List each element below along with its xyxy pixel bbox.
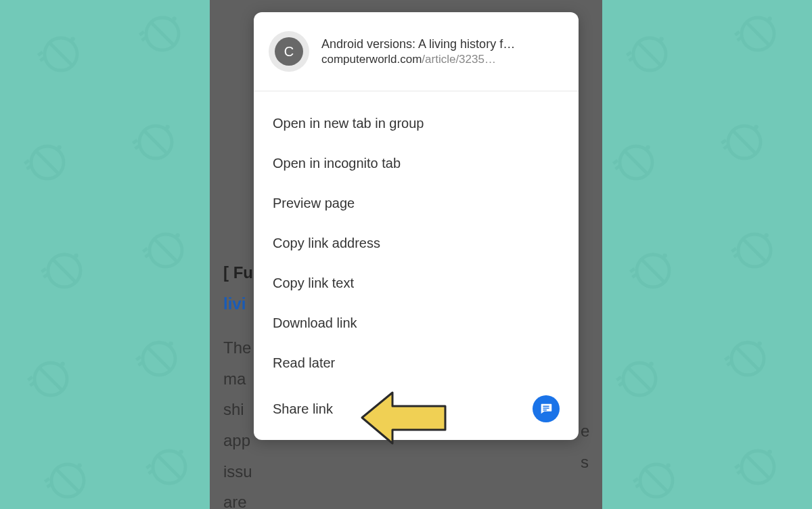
svg-line-18: [133, 140, 137, 143]
menu-item-open-new-tab-group[interactable]: Open in new tab in group: [254, 104, 579, 143]
link-context-menu: C Android versions: A living history f… …: [254, 12, 579, 440]
svg-line-8: [139, 32, 143, 35]
svg-point-59: [767, 16, 771, 20]
svg-point-4: [70, 37, 74, 41]
svg-line-52: [629, 58, 633, 61]
menu-item-label: Copy link text: [273, 275, 354, 291]
svg-line-86: [737, 348, 759, 370]
menu-item-label: Share link: [273, 401, 333, 417]
menu-item-label: Read later: [273, 355, 335, 371]
android-bg-icon: [629, 453, 683, 508]
menu-item-label: Download link: [273, 315, 357, 331]
menu-item-open-incognito[interactable]: Open in incognito tab: [254, 143, 579, 183]
android-bg-icon: [623, 27, 677, 81]
svg-point-9: [172, 16, 176, 20]
svg-line-3: [38, 52, 42, 56]
menu-item-share-link[interactable]: Share link: [254, 383, 579, 440]
menu-item-read-later[interactable]: Read later: [254, 343, 579, 383]
context-menu-header-text: Android versions: A living history f… co…: [321, 37, 564, 66]
android-bg-icon: [20, 135, 74, 190]
android-bg-icon: [34, 27, 88, 81]
svg-point-24: [74, 253, 78, 257]
svg-point-34: [60, 361, 64, 366]
svg-line-37: [139, 362, 143, 366]
favicon-icon: C: [275, 37, 303, 66]
svg-line-53: [627, 52, 631, 56]
menu-item-copy-link-address[interactable]: Copy link address: [254, 223, 579, 263]
svg-line-47: [149, 470, 153, 474]
android-bg-icon: [129, 115, 183, 169]
link-url: computerworld.com/article/3235…: [321, 53, 564, 66]
svg-line-26: [155, 240, 177, 261]
svg-line-72: [633, 274, 637, 278]
svg-line-6: [152, 23, 173, 45]
svg-point-64: [646, 145, 650, 149]
svg-point-74: [662, 253, 667, 257]
svg-line-76: [744, 240, 765, 261]
favicon-container: C: [269, 31, 309, 72]
svg-line-82: [619, 382, 623, 386]
android-bg-icon: [721, 332, 775, 386]
page-link-fragment: livi: [223, 294, 246, 313]
menu-item-copy-link-text[interactable]: Copy link text: [254, 263, 579, 303]
svg-point-54: [659, 37, 663, 41]
favicon-letter: C: [284, 44, 294, 60]
android-bg-icon: [135, 7, 189, 61]
svg-line-48: [146, 465, 150, 468]
svg-line-98: [735, 465, 739, 468]
android-bg-icon: [612, 352, 667, 406]
context-menu-items: Open in new tab in group Open in incogni…: [254, 91, 579, 440]
menu-item-preview-page[interactable]: Preview page: [254, 183, 579, 223]
messages-app-icon[interactable]: [533, 395, 560, 422]
svg-line-22: [44, 274, 48, 278]
svg-line-7: [142, 37, 146, 41]
svg-line-12: [27, 166, 31, 169]
svg-line-62: [616, 166, 620, 169]
svg-line-97: [738, 470, 742, 474]
android-bg-icon: [142, 440, 196, 494]
svg-line-92: [636, 484, 640, 487]
svg-line-91: [646, 470, 667, 491]
svg-line-68: [721, 140, 725, 143]
svg-point-89: [757, 341, 761, 345]
android-bg-icon: [609, 135, 663, 190]
svg-point-69: [754, 125, 758, 129]
android-bg-icon: [132, 332, 186, 386]
svg-line-38: [136, 357, 140, 360]
menu-item-label: Copy link address: [273, 236, 380, 251]
menu-item-label: Open in incognito tab: [273, 156, 401, 171]
page-text-fragment: [ Fu: [223, 263, 253, 282]
svg-line-17: [135, 146, 139, 149]
android-bg-icon: [731, 440, 785, 494]
svg-line-13: [24, 160, 28, 164]
svg-point-44: [77, 463, 81, 467]
svg-point-14: [57, 145, 61, 149]
url-domain: computerworld.com: [321, 53, 422, 66]
menu-item-download-link[interactable]: Download link: [254, 303, 579, 343]
svg-line-57: [738, 37, 742, 41]
svg-line-93: [633, 479, 637, 482]
context-menu-header: C Android versions: A living history f… …: [254, 12, 579, 91]
svg-line-51: [639, 43, 660, 65]
link-title: Android versions: A living history f…: [321, 37, 564, 51]
svg-line-71: [642, 260, 664, 282]
svg-line-33: [28, 377, 32, 380]
svg-line-58: [735, 32, 739, 35]
svg-line-73: [630, 269, 634, 272]
android-bg-icon: [41, 453, 95, 508]
svg-line-28: [143, 248, 147, 252]
android-bg-icon: [139, 223, 193, 278]
svg-line-21: [53, 260, 75, 282]
chat-bubble-icon: [539, 401, 554, 416]
svg-point-49: [179, 449, 183, 453]
svg-line-56: [747, 23, 769, 45]
svg-point-79: [764, 233, 768, 237]
svg-line-87: [727, 362, 731, 366]
svg-line-81: [629, 368, 650, 390]
svg-point-94: [666, 463, 670, 467]
menu-item-label: Open in new tab in group: [273, 116, 424, 131]
svg-line-83: [616, 377, 621, 380]
svg-line-1: [50, 43, 72, 65]
svg-line-61: [625, 152, 647, 173]
android-bg-icon: [727, 223, 782, 278]
